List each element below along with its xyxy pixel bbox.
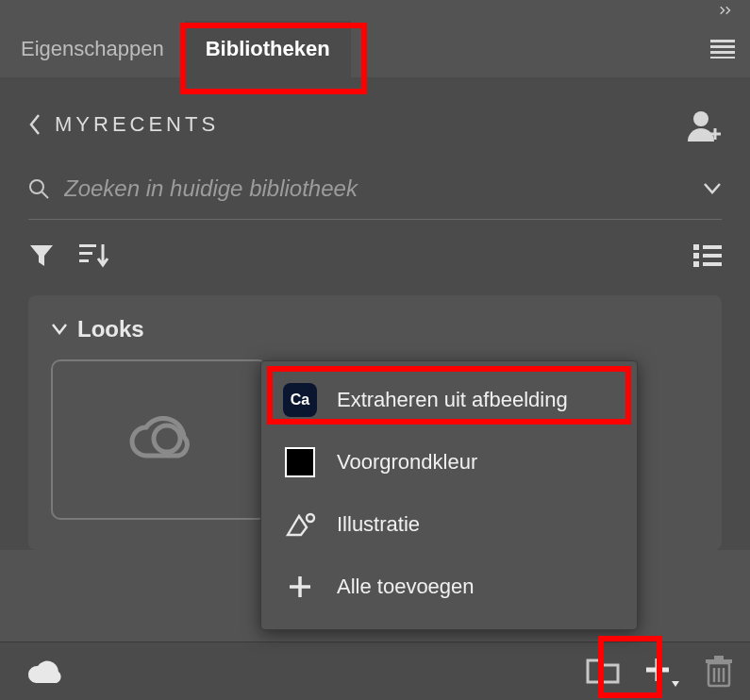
svg-rect-9 <box>79 244 96 247</box>
filter-button[interactable] <box>28 243 55 268</box>
svg-point-7 <box>30 180 43 193</box>
chevron-left-icon <box>28 113 42 136</box>
svg-rect-0 <box>710 40 735 42</box>
add-content-button[interactable] <box>637 649 688 694</box>
person-add-icon <box>684 106 722 143</box>
library-search-row <box>28 175 722 220</box>
funnel-icon <box>28 243 55 268</box>
search-icon <box>28 178 49 199</box>
tab-properties-label: Eigenschappen <box>21 37 164 61</box>
delete-button[interactable] <box>705 656 733 688</box>
chevron-down-icon <box>703 182 722 195</box>
panel-tab-bar: Eigenschappen Bibliotheken <box>0 21 750 77</box>
menu-item-label: Extraheren uit afbeelding <box>337 388 568 412</box>
adobe-capture-icon: Ca <box>282 382 318 418</box>
library-search-input[interactable] <box>64 175 688 202</box>
menu-item-add-all[interactable]: Alle toevoegen <box>269 556 629 618</box>
svg-rect-22 <box>706 659 732 663</box>
sync-status-button[interactable] <box>25 658 62 685</box>
panel-menu-button[interactable] <box>710 40 735 58</box>
add-content-menu: Ca Extraheren uit afbeelding Voorgrondkl… <box>260 360 638 630</box>
svg-rect-3 <box>710 57 735 58</box>
plus-icon <box>282 569 318 605</box>
tab-libraries[interactable]: Bibliotheken <box>185 21 351 77</box>
color-swatch-icon <box>282 444 318 480</box>
tab-libraries-label: Bibliotheken <box>206 37 330 61</box>
svg-point-27 <box>307 514 314 522</box>
panel-collapse-strip[interactable] <box>0 0 750 21</box>
svg-rect-17 <box>703 262 722 266</box>
menu-item-extract-from-image[interactable]: Ca Extraheren uit afbeelding <box>269 369 629 431</box>
svg-rect-15 <box>703 254 722 258</box>
svg-rect-2 <box>710 51 735 54</box>
menu-item-foreground-color[interactable]: Voorgrondkleur <box>269 431 629 493</box>
library-import-button[interactable] <box>586 658 620 686</box>
svg-point-18 <box>154 425 180 452</box>
svg-rect-23 <box>714 656 724 659</box>
svg-point-4 <box>693 111 708 126</box>
hamburger-icon <box>710 40 735 58</box>
trash-icon <box>705 656 733 688</box>
creative-cloud-icon <box>125 416 193 463</box>
menu-item-label: Voorgrondkleur <box>337 450 477 475</box>
library-name-label: MYRECENTS <box>55 112 219 137</box>
svg-rect-13 <box>703 245 722 249</box>
svg-rect-11 <box>79 259 89 262</box>
library-footer <box>0 642 750 700</box>
cloud-icon <box>25 658 62 685</box>
sort-icon <box>79 242 109 269</box>
svg-rect-14 <box>693 253 699 258</box>
menu-item-label: Illustratie <box>337 512 420 537</box>
sort-button[interactable] <box>79 242 109 269</box>
svg-rect-16 <box>693 261 699 267</box>
svg-line-8 <box>42 192 49 199</box>
list-view-icon <box>693 243 722 268</box>
svg-rect-12 <box>693 244 699 250</box>
menu-item-graphic[interactable]: Illustratie <box>269 493 629 556</box>
chevron-down-icon <box>51 323 68 336</box>
search-scope-dropdown[interactable] <box>703 182 722 195</box>
plus-dropdown-icon <box>644 655 680 689</box>
folder-icon <box>586 658 620 686</box>
view-mode-toggle[interactable] <box>693 243 722 268</box>
tab-properties[interactable]: Eigenschappen <box>0 21 185 77</box>
library-back-nav[interactable]: MYRECENTS <box>28 112 219 137</box>
library-toolbar-row <box>28 242 722 295</box>
group-title-label: Looks <box>77 316 144 342</box>
graphic-icon <box>282 507 318 542</box>
library-item-thumbnail[interactable] <box>51 359 268 520</box>
invite-collaborators-button[interactable] <box>684 106 722 143</box>
svg-rect-1 <box>710 45 735 48</box>
group-toggle-looks[interactable]: Looks <box>51 316 699 342</box>
svg-rect-10 <box>79 252 92 255</box>
collapse-chevrons-icon <box>720 2 737 19</box>
library-header-row: MYRECENTS <box>28 106 722 143</box>
menu-item-label: Alle toevoegen <box>337 575 475 599</box>
